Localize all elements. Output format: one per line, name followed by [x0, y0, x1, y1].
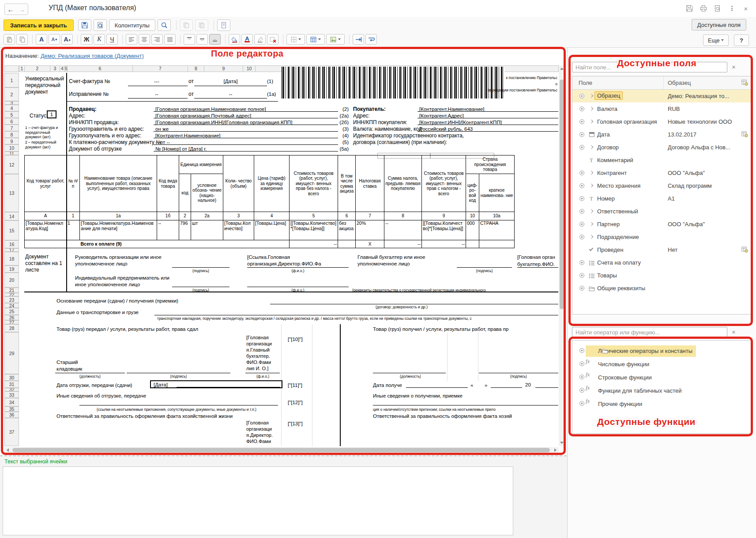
row-header-17[interactable]: 17 [4, 248, 19, 252]
valign-top-icon[interactable] [184, 34, 195, 45]
function-row-string[interactable]: fxСтроковые функции [572, 371, 752, 384]
item-cell[interactable]: без акциза [338, 220, 356, 240]
expand-icon[interactable] [579, 196, 584, 201]
print-preview-button[interactable] [94, 19, 107, 31]
vertical-scrollbar[interactable] [559, 65, 565, 446]
vertical-scrollbar-thumb[interactable] [560, 80, 564, 309]
column-header-2[interactable]: 2 [24, 65, 50, 72]
paste-icon[interactable] [4, 34, 15, 45]
font-button[interactable]: А [36, 34, 47, 45]
row-header-37[interactable]: 37 [4, 418, 19, 446]
save-icon[interactable] [685, 4, 693, 12]
expand-icon[interactable] [579, 401, 584, 406]
row-header-1[interactable]: 1 [4, 73, 19, 87]
field-row-otvetstvennyy[interactable]: Ответственный [572, 205, 752, 218]
row-header-34[interactable]: 34 [4, 398, 19, 406]
row-header-13[interactable]: 13 [4, 174, 19, 212]
total-cell[interactable]: -- [384, 240, 422, 248]
row-header-19[interactable]: 19 [4, 265, 19, 273]
expand-icon[interactable] [579, 348, 584, 353]
sub-col[interactable]: 5 [290, 212, 338, 220]
row-header-16[interactable]: 16 [4, 240, 19, 248]
item-cell[interactable]: [Товары.Номенклатура.Код] [25, 220, 67, 240]
col-header-sample[interactable]: Образец [668, 80, 691, 86]
col-head-price[interactable]: Цена (тариф) за единицу измерения [254, 155, 290, 212]
field-row-kommentariy[interactable]: TКомментарий [572, 154, 752, 167]
row-header-15[interactable]: 15 [4, 220, 19, 240]
fill-color-icon[interactable] [229, 34, 240, 45]
borders-dropdown[interactable] [286, 34, 305, 45]
column-header-9[interactable]: 9 [204, 65, 243, 72]
field-row-podrazdelenie[interactable]: Подразделение [572, 231, 752, 243]
sub-col[interactable]: 3 [223, 212, 254, 220]
save-button[interactable] [78, 19, 91, 31]
image-dropdown[interactable] [326, 34, 345, 45]
page-settings-button[interactable] [217, 19, 230, 31]
expand-icon[interactable] [579, 235, 584, 239]
expand-icon[interactable] [579, 145, 584, 150]
function-row-other[interactable]: fxПрочие функции [572, 397, 752, 410]
font-size-up-button[interactable]: А▴ [61, 34, 73, 45]
row-header-10[interactable]: 10 [4, 144, 19, 152]
item-cell[interactable]: 1 [67, 220, 80, 240]
field-row-dogovor[interactable]: ДоговорДоговор Альфа с Нов... [572, 141, 752, 154]
row-header-7[interactable]: 7 [4, 125, 19, 131]
column-header-8[interactable]: 8 [188, 65, 204, 72]
available-fields-toggle-button[interactable]: Доступные поля [692, 19, 746, 30]
sub-col[interactable]: 1б [157, 212, 179, 220]
item-cell[interactable]: 20% [356, 220, 384, 240]
row-header-26[interactable]: 26 [4, 315, 19, 320]
sub-col[interactable]: 7 [356, 212, 384, 220]
row-header-36[interactable]: 36 [4, 412, 19, 418]
field-row-valyuta[interactable]: ВалютаRUB [572, 102, 752, 115]
row-header-5[interactable]: 5 [4, 111, 19, 118]
row-header-20[interactable]: 20 [4, 273, 19, 288]
preview-icon[interactable] [714, 4, 722, 12]
col-head-unit-code[interactable]: код [179, 174, 191, 212]
total-cell[interactable]: -- [422, 240, 466, 248]
text-orientation-icon[interactable] [353, 34, 364, 45]
expand-icon[interactable] [579, 183, 584, 188]
sub-col[interactable]: 1 [67, 212, 80, 220]
row-header-14[interactable]: 14 [4, 212, 19, 220]
sub-col[interactable]: 9 [422, 212, 466, 220]
col-head-country-code[interactable]: циф- ро- вой код [466, 174, 479, 212]
expand-icon[interactable] [579, 119, 584, 124]
horizontal-scrollbar-thumb[interactable] [12, 448, 550, 452]
bold-button[interactable]: Ж [81, 34, 92, 45]
item-cell[interactable]: -- [384, 220, 422, 240]
column-header-6[interactable]: 6 [67, 65, 133, 72]
expand-icon[interactable] [579, 361, 584, 366]
row-header-8[interactable]: 8 [4, 131, 19, 138]
splitter[interactable] [0, 455, 567, 456]
field-row-mesto-hraneniya[interactable]: Место храненияСклад программ [572, 179, 752, 192]
expand-icon[interactable] [579, 170, 584, 175]
row-header-4[interactable]: 4 [4, 105, 19, 111]
total-cell[interactable]: X [356, 240, 384, 248]
field-row-partner[interactable]: ПартнерООО "Альфа" [572, 218, 752, 231]
more-button[interactable]: Еще [703, 34, 729, 46]
expand-icon[interactable] [579, 222, 584, 227]
field-row-tovary[interactable]: Товары [572, 269, 752, 282]
sub-col[interactable]: 2а [191, 212, 223, 220]
row-header-21[interactable]: 21 [4, 288, 19, 293]
column-header-7[interactable]: 7 [132, 65, 188, 72]
col-head-tax[interactable]: Сумма налога, предъяв- ляемая покупателю [384, 155, 422, 212]
total-cell[interactable]: -- [290, 240, 338, 248]
sub-col[interactable]: 1а [80, 212, 157, 220]
zoom-button[interactable] [158, 19, 171, 31]
row-header-33[interactable]: 33 [4, 391, 19, 398]
font-size-down-button[interactable]: А▾ [49, 34, 60, 45]
col-head-unit-sym[interactable]: условное обозна- чение (нацио- нальное) [191, 174, 223, 212]
menu-kebab-icon[interactable] [728, 4, 736, 12]
row-header-29[interactable]: 29 [4, 332, 19, 374]
row-header-12[interactable]: 12 [4, 155, 19, 174]
row-header-9[interactable]: 9 [4, 138, 19, 144]
valign-bottom-icon[interactable] [209, 34, 221, 45]
item-cell[interactable]: [[Товары.Количество]*[Товары.Цена]] [290, 220, 338, 240]
item-cell[interactable]: 796 [179, 220, 191, 240]
item-cell[interactable]: -- [157, 220, 179, 240]
sub-col[interactable]: А [25, 212, 67, 220]
print-icon[interactable] [700, 4, 707, 12]
copy-format-icon[interactable] [180, 19, 193, 31]
